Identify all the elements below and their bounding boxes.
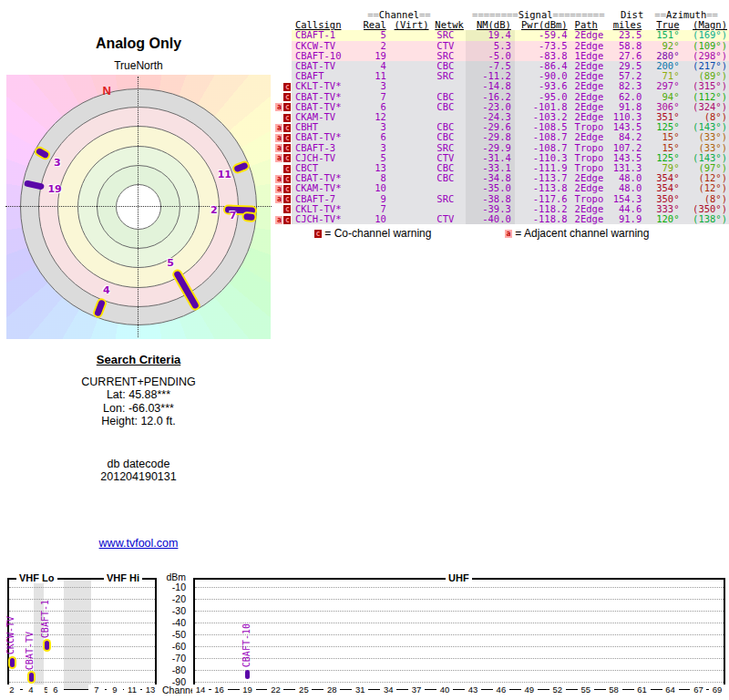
true-azimuth-cell: 297° <box>643 81 681 91</box>
warn-a-cell <box>275 30 283 40</box>
co-channel-warning-icon: c <box>283 114 291 122</box>
path-cell: 1Edge <box>570 51 611 61</box>
table-column-header-row: CallsignReal(Virt)NetwkNM(dB)Pwr(dBm)Pat… <box>275 20 729 30</box>
virtual-channel-cell <box>388 81 435 91</box>
chart-station-label: CBAFT-1 <box>40 600 51 638</box>
table-row: acCBAT-TV*6CBC-23.0-101.82Edge91.8306°(3… <box>275 102 729 112</box>
column-header: (Magn) <box>682 20 729 30</box>
channel-tick-label: 16 <box>211 685 228 695</box>
distance-cell: 82.3 <box>611 81 643 91</box>
channel-tick-label: 37 <box>408 685 425 695</box>
warn-c-cell <box>283 41 292 51</box>
network-cell <box>435 81 466 91</box>
magnetic-azimuth-cell: (217°) <box>682 61 729 71</box>
adjacent-channel-legend: a = Adjacent channel warning <box>505 227 649 240</box>
chart-station-label: CKCW-TV <box>5 616 16 654</box>
y-tick-label: -20 <box>160 593 186 604</box>
power-cell: -83.8 <box>515 51 570 61</box>
warn-a-cell: a <box>275 122 283 132</box>
grid-line <box>195 623 724 623</box>
grid-line <box>195 611 724 612</box>
true-azimuth-cell: 15° <box>643 132 681 142</box>
grid-line <box>9 611 155 612</box>
noise-margin-cell: -38.8 <box>466 194 515 204</box>
noise-margin-cell: 19.4 <box>466 30 515 40</box>
table-row: CBAFT11SRC-11.2-90.02Edge57.271°(89°) <box>275 71 729 81</box>
grid-line <box>9 599 155 600</box>
network-cell <box>435 183 466 193</box>
power-cell: -108.7 <box>515 143 570 153</box>
real-channel-cell: 6 <box>364 102 388 112</box>
radar-marker-label: 11 <box>218 168 231 180</box>
table-row: acCKAM-TV*10-35.0-113.82Edge48.0354°(12°… <box>275 183 729 193</box>
warn-c-cell: c <box>283 173 292 183</box>
channel-tick-label: 49 <box>521 685 538 695</box>
column-header: True <box>643 20 681 30</box>
true-north-label: TrueNorth <box>6 59 271 72</box>
virtual-channel-cell <box>388 102 435 112</box>
channel-tick-label: 4 <box>23 685 39 695</box>
adjacent-channel-warning-icon: a <box>275 195 282 203</box>
table-row: cCBCT13CBC-33.1-111.9Tropo131.379°(97°) <box>275 163 729 173</box>
channel-tick-label: 6 <box>47 685 64 695</box>
warn-c-cell: c <box>283 153 292 163</box>
noise-margin-cell: -11.2 <box>466 71 515 81</box>
real-channel-cell: 8 <box>364 173 388 183</box>
path-cell: 2Edge <box>570 41 611 51</box>
column-group-header <box>275 10 364 20</box>
distance-cell: 27.6 <box>611 51 643 61</box>
y-tick-label: -80 <box>160 664 186 675</box>
real-channel-cell: 7 <box>364 204 388 214</box>
warn-a-cell <box>275 81 283 91</box>
network-cell: SRC <box>435 143 466 153</box>
channel-tick-label: 69 <box>709 685 725 695</box>
true-azimuth-cell: 354° <box>643 173 681 183</box>
real-channel-cell: 11 <box>364 71 388 81</box>
virtual-channel-cell <box>388 112 435 122</box>
true-azimuth-cell: 354° <box>643 183 681 193</box>
warn-a-cell <box>275 51 283 61</box>
noise-margin-cell: -29.9 <box>466 143 515 153</box>
magnetic-azimuth-cell: (112°) <box>682 92 729 102</box>
compass-north-label: N <box>103 84 111 98</box>
distance-cell: 154.3 <box>611 194 643 204</box>
noise-margin-cell: -7.5 <box>466 61 515 71</box>
co-channel-warning-icon: c <box>314 230 322 238</box>
column-header: (Virt) <box>388 20 435 30</box>
network-cell: CBC <box>435 173 466 183</box>
grid-line <box>9 623 155 623</box>
true-azimuth-cell: 200° <box>643 61 681 71</box>
grid-line <box>195 670 724 671</box>
table-row: cCKLT-TV*7-39.3-118.22Edge44.6333°(350°) <box>275 204 729 214</box>
y-tick-label: -10 <box>160 582 186 592</box>
antenna-height-value: Height: 12.0 ft. <box>6 415 271 428</box>
warn-c-cell: c <box>283 92 292 102</box>
real-channel-cell: 9 <box>364 194 388 204</box>
radar-marker-label: 7 <box>230 210 237 221</box>
warn-c-cell: c <box>283 122 292 132</box>
noise-margin-cell: -35.0 <box>466 183 515 193</box>
true-azimuth-cell: 15° <box>643 143 681 153</box>
virtual-channel-cell <box>388 51 435 61</box>
station-table: ==Channel==========Signal=========Dist==… <box>275 10 729 224</box>
magnetic-azimuth-cell: (33°) <box>682 143 729 153</box>
adjacent-channel-warning-icon: a <box>275 216 282 224</box>
magnetic-azimuth-cell: (138°) <box>682 214 729 224</box>
table-row: acCBAT-TV*6CBC-29.8-108.72Edge84.215°(33… <box>275 132 729 142</box>
distance-cell: 131.3 <box>611 163 643 173</box>
warn-c-cell: c <box>283 214 292 224</box>
real-channel-cell: 3 <box>364 122 388 132</box>
virtual-channel-cell <box>388 122 435 132</box>
network-cell: SRC <box>435 51 466 61</box>
radar-marker-label: 4 <box>103 284 110 296</box>
network-cell: CBC <box>435 92 466 102</box>
channel-tick-label: 58 <box>606 685 622 695</box>
azimuth-radar-plot: N 521941137 <box>6 75 271 339</box>
power-cell: -113.8 <box>515 183 570 193</box>
true-azimuth-cell: 92° <box>643 41 681 51</box>
warn-a-cell <box>275 163 283 173</box>
tvfool-link[interactable]: www.tvfool.com <box>99 537 179 550</box>
network-cell: CBC <box>435 61 466 71</box>
virtual-channel-cell <box>388 153 435 163</box>
radar-title: Analog Only <box>6 36 271 52</box>
